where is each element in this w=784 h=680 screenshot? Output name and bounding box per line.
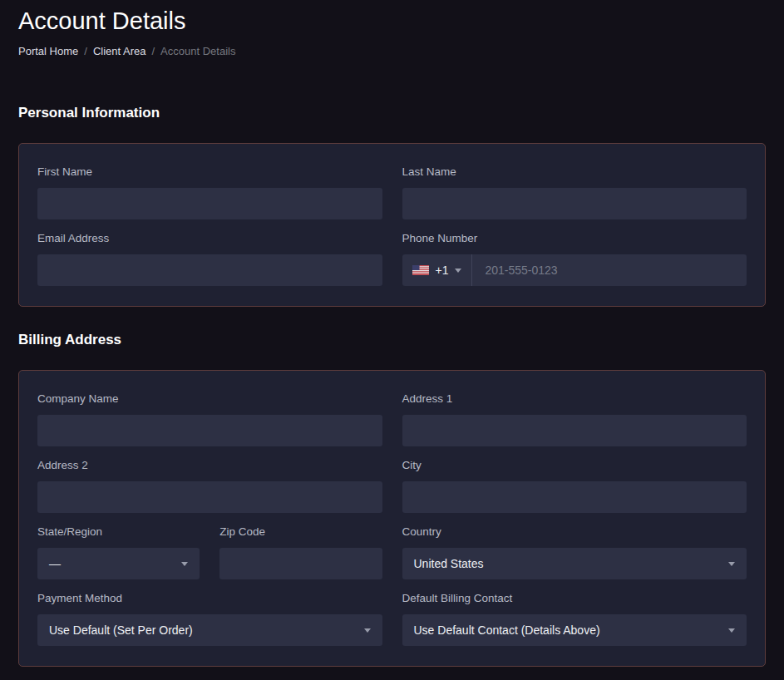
state-label: State/Region — [37, 525, 200, 539]
chevron-down-icon — [728, 562, 735, 566]
billing-address-section: Billing Address Company Name Address 1 A… — [18, 332, 766, 667]
state-zip-row: State/Region — Zip Code — [37, 525, 382, 579]
country-select[interactable]: United States — [402, 548, 747, 579]
city-field-group: City — [402, 459, 747, 513]
breadcrumb-current-page: Account Details — [160, 46, 235, 57]
country-field-group: Country United States — [402, 525, 747, 579]
state-select[interactable]: — — [37, 548, 200, 579]
billing-address-panel: Company Name Address 1 Address 2 City St… — [18, 370, 766, 667]
breadcrumb-separator: / — [151, 46, 155, 57]
billing-contact-label: Default Billing Contact — [402, 592, 747, 605]
zip-input[interactable] — [219, 548, 382, 579]
chevron-down-icon — [364, 628, 371, 633]
address2-field-group: Address 2 — [37, 459, 382, 513]
city-label: City — [402, 459, 747, 472]
address1-label: Address 1 — [402, 392, 747, 406]
country-selected-value: United States — [414, 557, 484, 570]
company-name-field-group: Company Name — [37, 392, 382, 446]
last-name-label: Last Name — [402, 165, 747, 179]
personal-information-heading: Personal Information — [18, 105, 766, 121]
billing-contact-field-group: Default Billing Contact Use Default Cont… — [402, 592, 747, 646]
billing-contact-selected-value: Use Default Contact (Details Above) — [414, 623, 600, 637]
last-name-input[interactable] — [402, 188, 747, 219]
chevron-down-icon — [455, 269, 461, 273]
phone-country-select[interactable]: +1 — [402, 254, 473, 286]
phone-input-group: +1 — [402, 254, 747, 286]
state-selected-value: — — [49, 557, 61, 570]
payment-method-label: Payment Method — [37, 592, 382, 605]
phone-label: Phone Number — [402, 232, 747, 245]
page-header: Account Details Portal Home / Client Are… — [18, 7, 766, 57]
phone-number-input[interactable] — [472, 254, 747, 286]
breadcrumb: Portal Home / Client Area / Account Deta… — [18, 46, 766, 57]
chevron-down-icon — [728, 628, 735, 633]
zip-field-group: Zip Code — [219, 525, 382, 579]
email-field-group: Email Address — [37, 232, 382, 286]
address2-input[interactable] — [37, 481, 382, 513]
city-input[interactable] — [402, 481, 747, 513]
payment-method-field-group: Payment Method Use Default (Set Per Orde… — [37, 592, 382, 646]
email-label: Email Address — [37, 232, 382, 245]
personal-information-section: Personal Information First Name Last Nam… — [18, 105, 766, 307]
chevron-down-icon — [181, 562, 188, 566]
breadcrumb-portal-home[interactable]: Portal Home — [18, 46, 78, 57]
zip-label: Zip Code — [219, 525, 382, 539]
first-name-field-group: First Name — [37, 165, 382, 219]
us-flag-icon — [412, 265, 429, 275]
state-field-group: State/Region — — [37, 525, 200, 579]
first-name-input[interactable] — [37, 188, 382, 219]
breadcrumb-separator: / — [84, 46, 87, 57]
personal-information-panel: First Name Last Name Email Address Phone… — [18, 143, 766, 307]
country-label: Country — [402, 525, 747, 539]
email-input[interactable] — [37, 254, 382, 286]
address1-field-group: Address 1 — [402, 392, 747, 446]
billing-contact-select[interactable]: Use Default Contact (Details Above) — [402, 614, 747, 646]
company-name-label: Company Name — [37, 392, 382, 406]
last-name-field-group: Last Name — [402, 165, 747, 219]
company-name-input[interactable] — [37, 415, 382, 446]
first-name-label: First Name — [37, 165, 382, 179]
phone-field-group: Phone Number — [402, 232, 747, 286]
address1-input[interactable] — [402, 415, 747, 446]
billing-address-heading: Billing Address — [18, 332, 766, 348]
address2-label: Address 2 — [37, 459, 382, 472]
phone-dial-code: +1 — [436, 264, 449, 277]
breadcrumb-client-area[interactable]: Client Area — [93, 46, 146, 57]
page-title: Account Details — [18, 7, 766, 35]
payment-method-selected-value: Use Default (Set Per Order) — [49, 623, 193, 637]
payment-method-select[interactable]: Use Default (Set Per Order) — [37, 614, 382, 646]
